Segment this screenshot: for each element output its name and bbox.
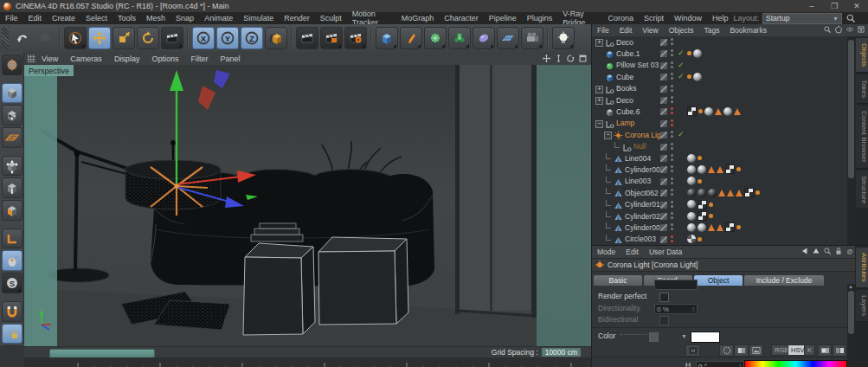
layer-icon[interactable] [660, 202, 667, 209]
dot-tag-icon[interactable] [709, 203, 713, 207]
object-name[interactable]: Object062 [625, 189, 659, 197]
object-name[interactable]: Deco [616, 38, 633, 47]
menu-plugins[interactable]: Plugins [522, 14, 558, 23]
add-camera-button[interactable] [521, 27, 543, 49]
texture-mode-button[interactable] [2, 105, 23, 126]
object-row-pillow-set-03[interactable]: Pillow Set 03✓ [592, 60, 847, 71]
orbit-icon[interactable] [566, 54, 575, 63]
am-scrollbar[interactable]: ▲ [847, 284, 855, 367]
menu-select[interactable]: Select [80, 14, 113, 23]
maximize-view-icon[interactable] [578, 54, 588, 63]
timeline-ruler[interactable] [24, 357, 591, 367]
move-tool[interactable] [88, 27, 111, 49]
triangle-tag-icon[interactable] [708, 224, 715, 231]
visibility-dots[interactable] [671, 96, 673, 103]
visibility-dots[interactable] [671, 85, 673, 92]
menu-pipeline[interactable]: Pipeline [484, 14, 522, 23]
object-row-lamp[interactable]: −Lamp [592, 118, 847, 129]
object-name[interactable]: Cube.1 [616, 49, 640, 58]
rotate-tool[interactable] [137, 27, 159, 49]
menu-file[interactable]: File [0, 14, 23, 23]
expander-icon[interactable]: − [595, 120, 603, 128]
layer-icon[interactable] [660, 86, 667, 93]
axis-mode-button[interactable] [2, 229, 23, 249]
material-tag-icon[interactable] [687, 154, 696, 163]
enabled-check-icon[interactable]: ✓ [678, 130, 685, 138]
am-menu-mode[interactable]: Mode [592, 248, 620, 256]
pan-icon[interactable] [542, 54, 551, 63]
visibility-dots[interactable] [671, 143, 673, 150]
object-row-cube[interactable]: Cube✓ [592, 71, 847, 82]
triangle-tag-icon[interactable] [718, 190, 725, 196]
material-tag-icon[interactable] [723, 107, 732, 116]
scale-tool[interactable] [113, 27, 135, 49]
viewport-menu-filter[interactable]: Filter [184, 55, 214, 63]
viewport-label[interactable]: Perspective [24, 65, 74, 76]
checker-tag-icon[interactable] [744, 188, 754, 197]
menu-mesh[interactable]: Mesh [141, 14, 170, 23]
visibility-dots[interactable] [671, 154, 673, 161]
layer-icon[interactable] [660, 224, 667, 231]
expander-icon[interactable]: + [595, 39, 603, 47]
layer-icon[interactable] [660, 166, 667, 173]
visibility-dots[interactable] [671, 189, 673, 196]
visibility-dots[interactable] [671, 201, 673, 208]
layout-select[interactable]: Startup▼ [762, 13, 842, 24]
side-tables[interactable] [243, 237, 408, 335]
add-generator-button[interactable] [424, 27, 447, 49]
link-icon[interactable] [845, 25, 854, 35]
object-name[interactable]: Cylinder005 [625, 223, 664, 232]
add-environment-button[interactable] [473, 27, 495, 49]
layer-icon[interactable] [660, 190, 667, 196]
add-primitive-button[interactable] [376, 27, 398, 49]
dot-tag-icon[interactable] [736, 225, 741, 229]
viewport-canvas[interactable] [24, 65, 591, 346]
menu-corona[interactable]: Corona [602, 14, 639, 23]
visibility-dots[interactable] [671, 131, 673, 138]
object-row-cylinder006[interactable]: Cylinder006 [592, 164, 847, 175]
color-anim-dot[interactable] [649, 332, 659, 342]
workplane-button[interactable] [2, 127, 23, 148]
object-row-deco[interactable]: +Deco [592, 94, 847, 106]
add-spline-button[interactable] [400, 27, 422, 49]
menu-tools[interactable]: Tools [113, 14, 141, 23]
viewport-menu-panel[interactable]: Panel [214, 55, 246, 63]
material-tag-icon[interactable] [687, 223, 696, 232]
spectrum-icon[interactable] [734, 344, 749, 357]
dot-tag-icon[interactable] [698, 109, 703, 113]
triangle-tag-icon[interactable] [734, 108, 741, 115]
object-name[interactable]: Books [616, 84, 637, 93]
path-icon[interactable] [834, 25, 843, 35]
material-dark-tag-icon[interactable] [687, 189, 696, 197]
object-name[interactable]: Cube [616, 73, 633, 81]
expander-icon[interactable]: + [595, 97, 603, 105]
menu-create[interactable]: Create [47, 14, 80, 23]
om-menu-tags[interactable]: Tags [698, 26, 724, 35]
minimize-button[interactable]: – [800, 2, 823, 10]
menu-sculpt[interactable]: Sculpt [315, 14, 347, 23]
undo-button[interactable] [12, 28, 33, 48]
visibility-dots[interactable] [671, 61, 673, 68]
coordinate-system[interactable] [265, 27, 287, 49]
menu-snap[interactable]: Snap [170, 14, 199, 23]
object-name[interactable]: Circle003 [625, 235, 656, 243]
menu-script[interactable]: Script [639, 14, 669, 23]
make-editable-button[interactable] [2, 55, 23, 75]
layer-icon[interactable] [660, 50, 667, 57]
menu-mograph[interactable]: MoGraph [396, 14, 440, 23]
add-floor-button[interactable] [497, 27, 519, 49]
visibility-dots[interactable] [671, 38, 673, 45]
material-dark-tag-icon[interactable] [698, 189, 706, 197]
edges-mode-button[interactable] [2, 177, 23, 198]
object-row-object062[interactable]: Object062 [592, 187, 847, 198]
picture-icon[interactable] [818, 344, 832, 357]
redo-button[interactable] [35, 28, 55, 48]
forward-icon[interactable] [812, 247, 820, 257]
visibility-dots[interactable] [671, 223, 673, 230]
object-name[interactable]: Line003 [625, 177, 651, 185]
search-icon[interactable] [823, 247, 832, 257]
viewport-menu-cameras[interactable]: Cameras [64, 55, 108, 63]
side-tab-attributes[interactable]: Attributes [856, 248, 868, 288]
triangle-tag-icon[interactable] [727, 190, 734, 196]
material-tag-icon[interactable] [698, 223, 706, 232]
